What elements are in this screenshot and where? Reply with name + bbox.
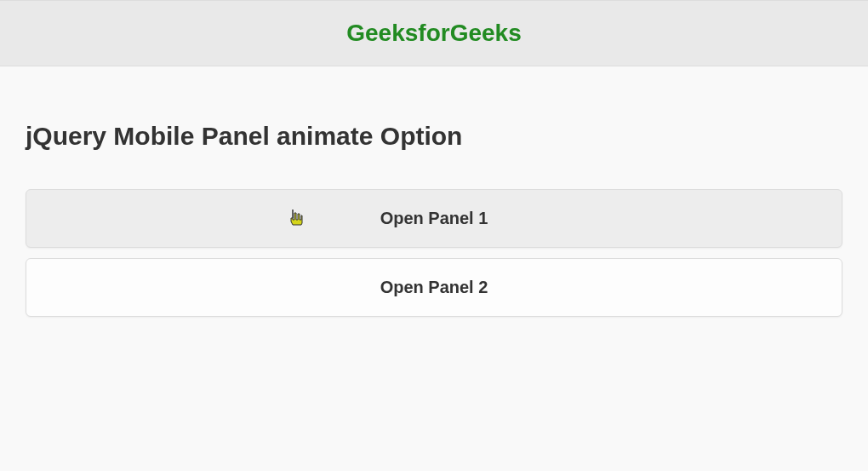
open-panel-2-button[interactable]: Open Panel 2: [26, 258, 842, 317]
header-bar: GeeksforGeeks: [0, 0, 868, 66]
content-area: jQuery Mobile Panel animate Option Open …: [0, 66, 868, 342]
page-heading: jQuery Mobile Panel animate Option: [26, 122, 842, 151]
site-title: GeeksforGeeks: [0, 20, 868, 47]
button-container: Open Panel 1 Open Panel 2: [26, 189, 842, 317]
open-panel-1-button[interactable]: Open Panel 1: [26, 189, 842, 248]
